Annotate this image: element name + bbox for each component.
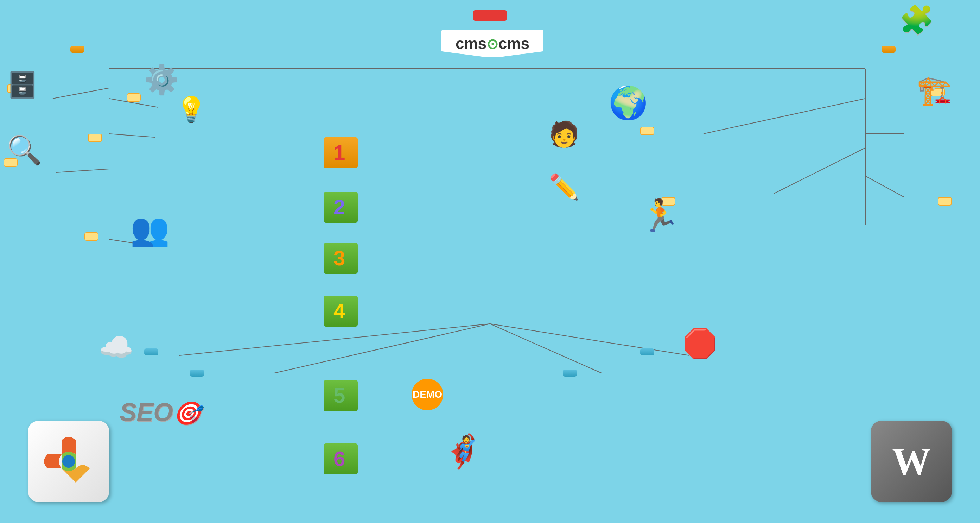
demo-badge: DEMO bbox=[412, 379, 443, 410]
step-2-box: 2 bbox=[324, 192, 358, 223]
svg-line-1 bbox=[180, 324, 490, 356]
activate-plugins-label bbox=[938, 197, 952, 206]
svg-line-4 bbox=[490, 324, 601, 373]
step-5-box: 5 bbox=[324, 380, 358, 411]
step-6-box: 6 bbox=[324, 443, 358, 474]
people-group-icon: 👥 bbox=[130, 211, 170, 248]
step-4-box: 4 bbox=[324, 296, 358, 327]
lightbulb-icon: 💡 bbox=[176, 95, 207, 124]
svg-line-10 bbox=[56, 169, 109, 172]
step-1-box: 1 bbox=[324, 137, 358, 168]
person-figure-icon: 🧑 bbox=[549, 120, 579, 148]
globe-seo-icon: 🌍 bbox=[609, 85, 648, 121]
step-5-num: 5 bbox=[334, 385, 345, 406]
step-6-num: 6 bbox=[334, 448, 345, 469]
step-2-num: 2 bbox=[334, 197, 345, 218]
url-structure-label bbox=[88, 134, 102, 142]
pre-migration-header bbox=[70, 46, 84, 53]
wordpress-logo-box: W bbox=[871, 421, 952, 502]
magnifier-person-icon: 🔍 bbox=[7, 134, 42, 167]
joomla-logo-box bbox=[28, 421, 109, 502]
svg-point-18 bbox=[62, 455, 75, 468]
migrate-media-box bbox=[144, 348, 158, 356]
superhero-icon: 🦸 bbox=[443, 433, 483, 470]
wordpress-icon: ⚙️ bbox=[144, 63, 180, 96]
post-migration-header bbox=[881, 46, 896, 53]
301-redirect-box bbox=[640, 348, 654, 356]
svg-line-14 bbox=[703, 99, 865, 134]
construction-icon: 🏗️ bbox=[917, 74, 952, 107]
seo-care-label bbox=[640, 127, 654, 135]
safe-icon: 🗄️ bbox=[7, 70, 38, 99]
seo-friendly-box bbox=[190, 370, 204, 376]
seo-text-graphic: SEO🎯 bbox=[119, 398, 201, 427]
stop-sign-icon: 🛑 bbox=[682, 327, 718, 360]
svg-line-3 bbox=[490, 324, 689, 356]
demo-badge-label: DEMO bbox=[413, 389, 442, 400]
svg-line-7 bbox=[53, 88, 109, 99]
step-4-num: 4 bbox=[334, 301, 345, 322]
inform-users-label bbox=[84, 232, 99, 241]
install-wp-label bbox=[127, 93, 141, 102]
pen-paper-icon: ✏️ bbox=[549, 172, 579, 201]
svg-line-9 bbox=[109, 134, 155, 137]
cms-logo-area: cms⊙cms bbox=[422, 30, 563, 57]
puzzle-icon: 🧩 bbox=[899, 3, 934, 37]
running-people-icon: 🏃 bbox=[640, 197, 679, 234]
step-3-num: 3 bbox=[334, 248, 345, 269]
main-title bbox=[473, 10, 507, 21]
step-1-num: 1 bbox=[334, 142, 345, 163]
svg-line-17 bbox=[865, 176, 904, 197]
svg-line-15 bbox=[774, 148, 865, 194]
clear-target-box bbox=[563, 370, 577, 376]
media-cloud-icon: ☁️ bbox=[99, 331, 134, 364]
step-3-box: 3 bbox=[324, 243, 358, 274]
svg-line-2 bbox=[274, 324, 490, 373]
